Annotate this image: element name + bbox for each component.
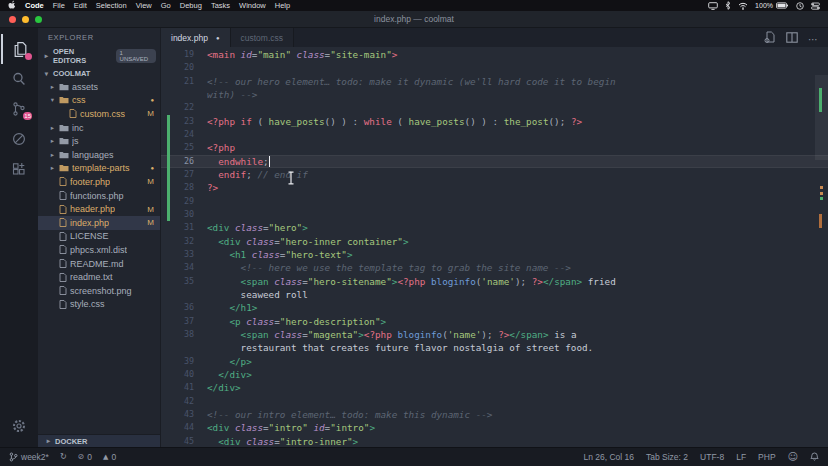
project-root-section[interactable]: ▾ COOLMAT xyxy=(38,67,160,80)
code-editor[interactable]: 19<main id="main" class="site-main">2021… xyxy=(161,47,828,447)
unsaved-dot-icon[interactable]: ● xyxy=(216,35,220,41)
code-line[interactable]: restaurant that creates future flavor no… xyxy=(161,341,828,354)
code-line[interactable]: 37 <p class="hero-description"> xyxy=(161,315,828,328)
tree-item-custom.css[interactable]: custom.cssM xyxy=(38,107,160,121)
status-errors[interactable]: ⊘0 xyxy=(78,452,92,462)
menu-item-edit[interactable]: Edit xyxy=(74,1,87,10)
minimize-window-button[interactable] xyxy=(22,16,29,23)
code-line[interactable]: with) --> xyxy=(161,88,828,101)
activity-extensions-button[interactable] xyxy=(1,154,37,184)
code-line[interactable]: 33 <h1 class="hero-text"> xyxy=(161,248,828,261)
code-line[interactable]: 21<!-- our hero element… todo: make it d… xyxy=(161,75,828,88)
menu-item-selection[interactable]: Selection xyxy=(96,1,127,10)
tree-item-style.css[interactable]: style.css xyxy=(38,298,160,312)
line-number[interactable]: 41 xyxy=(170,381,194,394)
code-line[interactable]: 27 endif; // end if xyxy=(161,168,828,181)
code-line[interactable]: 22 xyxy=(161,101,828,114)
clock-icon[interactable] xyxy=(796,2,804,10)
status-cursor-position[interactable]: Ln 26, Col 16 xyxy=(583,452,634,462)
code-line[interactable]: 44<div class="intro" id="intro"> xyxy=(161,421,828,434)
tree-item-phpcs.xml.dist[interactable]: phpcs.xml.dist xyxy=(38,243,160,257)
code-line[interactable]: 35 <span class="hero-sitename"><?php blo… xyxy=(161,275,828,288)
line-number[interactable]: 39 xyxy=(170,355,194,368)
tab-custom.css[interactable]: custom.css xyxy=(231,28,295,47)
status-eol[interactable]: LF xyxy=(736,452,746,462)
line-number[interactable]: 34 xyxy=(170,261,194,274)
wifi-icon[interactable] xyxy=(738,2,748,10)
code-line[interactable]: 39 </p> xyxy=(161,355,828,368)
status-language-mode[interactable]: PHP xyxy=(758,452,775,462)
code-line[interactable]: 28?> xyxy=(161,181,828,194)
open-editors-section[interactable]: ▸ OPEN EDITORS 1 UNSAVED xyxy=(38,45,160,67)
tree-item-readme.txt[interactable]: readme.txt xyxy=(38,270,160,284)
code-line[interactable]: 36 </h1> xyxy=(161,301,828,314)
line-number[interactable]: 22 xyxy=(170,101,194,114)
docker-section[interactable]: ▸ DOCKER xyxy=(38,434,160,447)
code-line[interactable]: 38 <span class="magenta"><?php bloginfo(… xyxy=(161,328,828,341)
line-number[interactable]: 37 xyxy=(170,315,194,328)
line-number[interactable]: 38 xyxy=(170,328,194,341)
menu-item-debug[interactable]: Debug xyxy=(180,1,202,10)
line-number[interactable] xyxy=(170,288,194,301)
line-number[interactable]: 29 xyxy=(170,195,194,208)
tree-item-index.php[interactable]: index.phpM xyxy=(38,216,160,230)
status-encoding[interactable]: UTF-8 xyxy=(700,452,724,462)
line-number[interactable] xyxy=(170,88,194,101)
tab-index.php[interactable]: index.php● xyxy=(161,28,231,47)
open-changes-icon[interactable] xyxy=(764,29,776,47)
line-number[interactable] xyxy=(170,341,194,354)
code-line[interactable]: 23<?php if ( have_posts() ) : while ( ha… xyxy=(161,115,828,128)
code-line[interactable]: 40 </div> xyxy=(161,368,828,381)
status-indentation[interactable]: Tab Size: 2 xyxy=(646,452,688,462)
code-line[interactable]: 45 <div class="intro-inner"> xyxy=(161,435,828,447)
menu-item-window[interactable]: Window xyxy=(239,1,266,10)
line-number[interactable]: 33 xyxy=(170,248,194,261)
line-number[interactable]: 30 xyxy=(170,208,194,221)
activity-explorer-button[interactable] xyxy=(1,34,37,64)
line-number[interactable]: 26 xyxy=(170,155,194,168)
line-number[interactable]: 24 xyxy=(170,128,194,141)
code-line[interactable]: 24 xyxy=(161,128,828,141)
tree-item-inc[interactable]: ▸inc xyxy=(38,121,160,135)
close-window-button[interactable] xyxy=(9,16,16,23)
menu-item-go[interactable]: Go xyxy=(161,1,171,10)
activity-source-control-button[interactable]: 15 xyxy=(1,94,37,124)
line-number[interactable]: 19 xyxy=(170,48,194,61)
tree-item-functions.php[interactable]: functions.php xyxy=(38,189,160,203)
line-number[interactable]: 31 xyxy=(170,221,194,234)
code-line[interactable]: 43<!-- our intro element… todo: make thi… xyxy=(161,408,828,421)
menu-item-file[interactable]: File xyxy=(53,1,65,10)
line-number[interactable]: 21 xyxy=(170,75,194,88)
editor-scrollbar[interactable] xyxy=(815,47,828,447)
activity-debug-button[interactable] xyxy=(1,124,37,154)
display-icon[interactable] xyxy=(708,2,718,10)
line-number[interactable]: 32 xyxy=(170,235,194,248)
code-line[interactable]: 30 xyxy=(161,208,828,221)
code-line[interactable]: 42 xyxy=(161,395,828,408)
line-number[interactable]: 36 xyxy=(170,301,194,314)
code-line[interactable]: 34 <!-- here we use the template tag to … xyxy=(161,261,828,274)
line-number[interactable]: 23 xyxy=(170,115,194,128)
bluetooth-icon[interactable] xyxy=(725,1,731,10)
line-number[interactable]: 40 xyxy=(170,368,194,381)
more-icon[interactable]: ⋯ xyxy=(808,29,819,47)
code-line[interactable]: 32 <div class="hero-inner container"> xyxy=(161,235,828,248)
line-number[interactable]: 20 xyxy=(170,61,194,74)
code-line[interactable]: 31<div class="hero"> xyxy=(161,221,828,234)
menu-item-view[interactable]: View xyxy=(136,1,152,10)
code-line[interactable]: 41</div> xyxy=(161,381,828,394)
tree-item-LICENSE[interactable]: LICENSE xyxy=(38,230,160,244)
tree-item-template-parts[interactable]: ▸template-parts● xyxy=(38,162,160,176)
line-number[interactable]: 43 xyxy=(170,408,194,421)
line-number[interactable]: 27 xyxy=(170,168,194,181)
tree-item-README.md[interactable]: README.md xyxy=(38,257,160,271)
code-line[interactable]: seaweed roll xyxy=(161,288,828,301)
line-number[interactable]: 44 xyxy=(170,421,194,434)
menu-item-tasks[interactable]: Tasks xyxy=(211,1,230,10)
menu-item-code[interactable]: Code xyxy=(25,1,44,10)
line-number[interactable]: 42 xyxy=(170,395,194,408)
split-editor-icon[interactable] xyxy=(786,29,798,47)
line-number[interactable]: 35 xyxy=(170,275,194,288)
battery-icon[interactable]: 100% xyxy=(755,2,789,9)
code-line[interactable]: 25<?php xyxy=(161,141,828,154)
